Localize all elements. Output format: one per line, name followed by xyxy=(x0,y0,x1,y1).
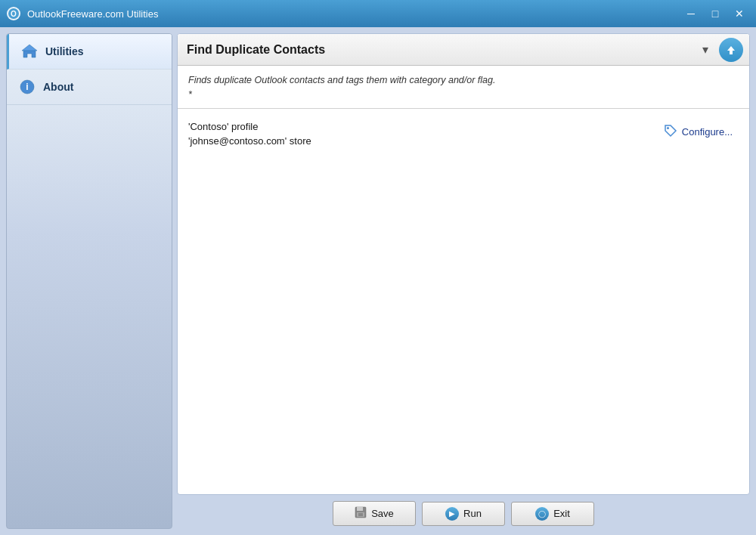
exit-icon: ◯ xyxy=(535,507,549,521)
description-line1: Finds duplicate Outlook contacts and tag… xyxy=(188,73,739,88)
minimize-button[interactable]: ─ xyxy=(680,5,702,23)
maximize-button[interactable]: □ xyxy=(705,5,726,23)
window-controls: ─ □ ✕ xyxy=(680,5,750,23)
profile-line1: 'Contoso' profile xyxy=(188,121,311,132)
dropdown-chevron[interactable]: ▾ xyxy=(695,39,716,60)
upload-button[interactable] xyxy=(719,38,743,62)
app-title: OutlookFreeware.com Utilities xyxy=(27,8,680,20)
window-body: Outlook Freeware .com Utilities i About … xyxy=(0,27,756,535)
configure-label: Configure... xyxy=(682,126,733,138)
dropdown-title: Find Duplicate Contacts xyxy=(187,43,695,57)
home-icon xyxy=(21,43,38,60)
close-button[interactable]: ✕ xyxy=(729,5,750,23)
profile-area: 'Contoso' profile 'johnse@contoso.com' s… xyxy=(178,109,749,495)
svg-rect-9 xyxy=(357,507,363,511)
exit-label: Exit xyxy=(553,508,570,519)
svg-marker-3 xyxy=(22,45,37,51)
title-bar: O OutlookFreeware.com Utilities ─ □ ✕ xyxy=(0,0,756,27)
description-line2: * xyxy=(188,88,739,102)
svg-text:i: i xyxy=(26,82,28,92)
svg-rect-11 xyxy=(358,513,363,516)
tag-icon xyxy=(664,124,677,138)
main-content: Find Duplicate Contacts ▾ Finds duplicat… xyxy=(177,33,750,529)
configure-button[interactable]: Configure... xyxy=(658,121,739,144)
profile-info: 'Contoso' profile 'johnse@contoso.com' s… xyxy=(188,121,311,147)
description-area: Finds duplicate Outlook contacts and tag… xyxy=(178,66,749,109)
upload-icon xyxy=(726,45,736,55)
profile-line2: 'johnse@contoso.com' store xyxy=(188,135,311,147)
dropdown-header: Find Duplicate Contacts ▾ xyxy=(178,34,749,66)
bottom-toolbar: Save ▶ Run ◯ Exit xyxy=(177,495,750,529)
sidebar: Utilities i About xyxy=(6,33,172,529)
save-button[interactable]: Save xyxy=(333,501,416,526)
content-panel: Find Duplicate Contacts ▾ Finds duplicat… xyxy=(177,33,750,495)
svg-point-7 xyxy=(667,127,669,129)
info-icon: i xyxy=(19,79,36,95)
sidebar-item-utilities[interactable]: Utilities xyxy=(7,34,172,70)
configure-tag-icon xyxy=(664,124,677,141)
svg-marker-6 xyxy=(727,46,735,54)
save-icon xyxy=(355,506,367,521)
sidebar-about-label: About xyxy=(43,81,73,93)
exit-button[interactable]: ◯ Exit xyxy=(511,502,594,526)
app-icon: O xyxy=(6,6,21,21)
run-icon: ▶ xyxy=(445,507,459,521)
sidebar-item-about[interactable]: i About xyxy=(7,70,172,105)
save-label: Save xyxy=(371,508,394,519)
run-label: Run xyxy=(463,508,482,519)
floppy-icon xyxy=(355,506,367,518)
sidebar-utilities-label: Utilities xyxy=(45,45,84,57)
svg-text:O: O xyxy=(11,10,17,18)
run-button[interactable]: ▶ Run xyxy=(422,502,505,526)
